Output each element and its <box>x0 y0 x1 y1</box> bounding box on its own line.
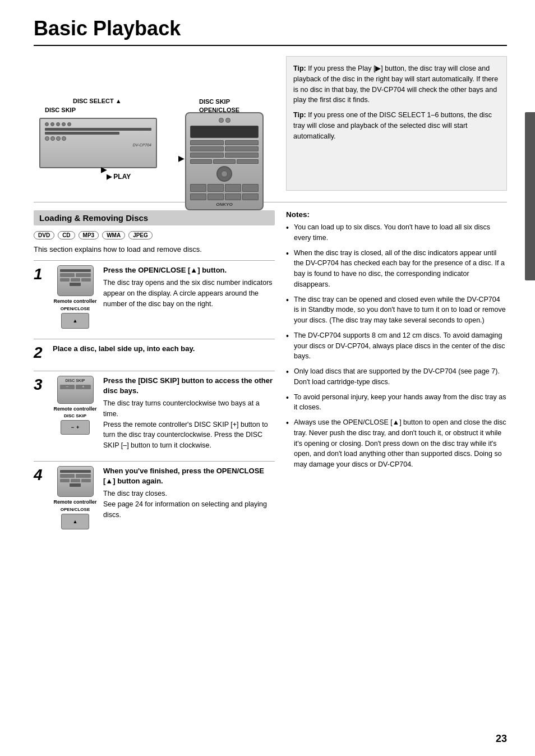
page-container: Basic Playback <box>0 0 535 756</box>
loading-section: Loading & Removing Discs DVD CD MP3 WMA … <box>34 210 275 540</box>
remote-arrow: ▶ <box>178 154 184 163</box>
step-1-device: Remote controller OPEN/CLOSE ▲ <box>53 265 98 329</box>
label-disc-select: DISC SELECT ▲ <box>73 98 122 105</box>
step-3-text: The disc tray turns counterclockwise two… <box>103 398 275 451</box>
note-3: The disc tray can be opened and closed e… <box>286 294 507 326</box>
badge-cd: CD <box>58 231 75 239</box>
step-2: 2 Place a disc, label side up, into each… <box>34 339 275 361</box>
step-4-device: Remote controller OPEN/CLOSE ▲ <box>53 466 98 529</box>
diagram-area: DV-CP704 <box>34 56 275 191</box>
label-play: ▶ PLAY <box>107 173 131 181</box>
step-2-title: Place a disc, label side up, into each b… <box>53 344 275 354</box>
step-4: 4 <box>34 461 275 529</box>
label-disc-skip-left: DISC SKIP <box>45 107 76 114</box>
main-content: Loading & Removing Discs DVD CD MP3 WMA … <box>34 210 507 540</box>
section-header: Loading & Removing Discs <box>34 210 275 225</box>
tip1-text: If you press the Play [▶] button, the di… <box>293 64 498 104</box>
notes-title: Notes: <box>286 210 507 219</box>
step-1-num: 1 <box>34 266 47 282</box>
step-3-num: 3 <box>34 377 47 393</box>
step-3-content: Press the [DISC SKIP] button to access t… <box>103 376 275 451</box>
badge-wma: WMA <box>102 231 125 239</box>
step-3-device: DISC SKIP − + Remote controller DISC SKI… <box>53 376 98 435</box>
step-2-content: Place a disc, label side up, into each b… <box>53 344 275 356</box>
right-sidebar <box>525 112 535 280</box>
label-open-close: OPEN/CLOSE <box>199 107 239 114</box>
badge-dvd: DVD <box>34 231 54 239</box>
step-1-content: Press the OPEN/CLOSE [▲] button. The dis… <box>103 265 275 309</box>
tip1-bold: Tip: <box>293 64 306 72</box>
step-2-num: 2 <box>34 345 47 361</box>
badge-jpeg: JPEG <box>128 231 153 239</box>
notes-section: Notes: You can load up to six discs. You… <box>286 210 507 540</box>
tip2-text: If you press one of the DISC SELECT 1–6 … <box>293 111 492 140</box>
page-title: Basic Playback <box>34 17 507 46</box>
section-intro: This section explains how to load and re… <box>34 245 275 253</box>
badge-mp3: MP3 <box>79 231 99 239</box>
notes-list: You can load up to six discs. You don't … <box>286 222 507 470</box>
note-5: Only load discs that are supported by th… <box>286 366 507 388</box>
note-1: You can load up to six discs. You don't … <box>286 222 507 243</box>
note-6: To avoid personal injury, keep your hand… <box>286 392 507 413</box>
step-4-title: When you've finished, press the OPEN/CLO… <box>103 466 275 486</box>
step-4-text: The disc tray closes.See page 24 for inf… <box>103 488 275 520</box>
note-2: When the disc tray is closed, all of the… <box>286 248 507 290</box>
step-3-title: Press the [DISC SKIP] button to access t… <box>103 376 275 396</box>
label-disc-skip-right: DISC SKIP <box>199 98 230 105</box>
step-4-device-label: Remote controller <box>53 499 96 506</box>
step-3: 3 DISC SKIP − + Remote controller DISC S… <box>34 371 275 451</box>
step-1-device-label: Remote controller <box>53 298 96 305</box>
step-1-text: The disc tray opens and the six disc num… <box>103 278 275 309</box>
tip2-bold: Tip: <box>293 111 306 119</box>
play-arrow: ▶ <box>101 165 107 174</box>
step-1: 1 <box>34 260 275 329</box>
step-4-num: 4 <box>34 467 47 483</box>
format-badges: DVD CD MP3 WMA JPEG <box>34 231 275 239</box>
note-4: The DV-CP704 supports 8 cm and 12 cm dis… <box>286 330 507 362</box>
page-number: 23 <box>496 733 507 745</box>
top-section: DV-CP704 <box>34 56 507 191</box>
tip-box: Tip: If you press the Play [▶] button, t… <box>286 56 507 191</box>
step-3-device-label: Remote controller <box>53 406 96 413</box>
step-1-title: Press the OPEN/CLOSE [▲] button. <box>103 265 275 275</box>
note-7: Always use the OPEN/CLOSE [▲] button to … <box>286 417 507 470</box>
step-4-content: When you've finished, press the OPEN/CLO… <box>103 466 275 520</box>
